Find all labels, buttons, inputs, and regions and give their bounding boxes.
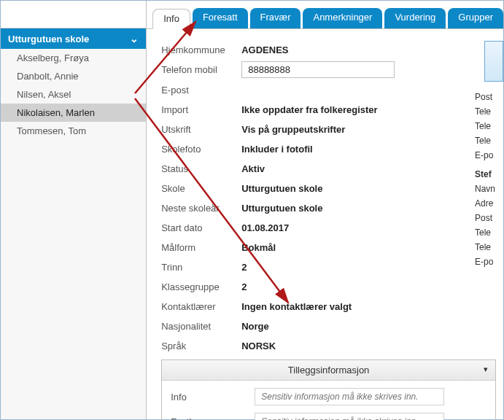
tab-grupper[interactable]: Grupper xyxy=(448,8,503,28)
label-import: Import xyxy=(161,104,241,115)
label-status: Status xyxy=(161,163,241,174)
label-trinn: Trinn xyxy=(161,262,241,273)
student-item[interactable]: Tommesen, Tom xyxy=(1,122,146,140)
info-content: HjemkommuneAGDENES Telefon mobil E-post … xyxy=(147,28,503,420)
label-skole: Skole xyxy=(161,183,241,194)
label-epost: E-post xyxy=(161,85,241,96)
label-info: Info xyxy=(171,392,255,402)
cut-label: Navn xyxy=(475,184,504,194)
label-nasjonalitet: Nasjonalitet xyxy=(161,321,241,332)
value-hjemkommune: AGDENES xyxy=(241,44,288,55)
student-item[interactable]: Nilsen, Aksel xyxy=(1,85,146,104)
label-spraak: Språk xyxy=(161,341,241,351)
input-telefonmobil[interactable] xyxy=(241,61,395,78)
input-fastlege[interactable] xyxy=(255,413,444,420)
cut-label: E-po xyxy=(475,150,504,160)
value-nesteskoleaar: Utturgutuen skole xyxy=(241,203,322,214)
label-utskrift: Utskrift xyxy=(161,124,241,135)
value-trinn: 2 xyxy=(241,262,247,273)
student-list: Akselberg, Frøya Danbolt, Annie Nilsen, … xyxy=(1,49,146,140)
cut-label: Adre xyxy=(475,198,504,209)
accordion-title: Tilleggsinformasjon xyxy=(288,365,370,376)
value-klassegruppe: 2 xyxy=(241,281,247,292)
student-item[interactable]: Akselberg, Frøya xyxy=(1,49,146,67)
value-nasjonalitet: Norge xyxy=(241,321,269,332)
cut-label: Post xyxy=(475,92,504,102)
sidebar-top-blank xyxy=(1,1,146,28)
label-telefonmobil: Telefon mobil xyxy=(161,64,241,75)
label-maalform: Målform xyxy=(161,242,241,253)
student-item[interactable]: Danbolt, Annie xyxy=(1,67,146,85)
student-photo xyxy=(484,41,503,82)
value-skolefoto: Inkluder i fotofil xyxy=(241,144,313,155)
tab-bar: Info Foresatt Fravær Anmerkninger Vurder… xyxy=(147,1,503,28)
value-status: Aktiv xyxy=(241,163,265,174)
cut-label-bold: Stef xyxy=(475,169,504,179)
tab-vurdering[interactable]: Vurdering xyxy=(384,8,446,28)
value-skole: Utturgutuen skole xyxy=(241,183,322,194)
right-cutoff-column: Post Tele Tele Tele E-po Stef Navn Adre … xyxy=(475,92,504,271)
school-name: Utturgutuen skole xyxy=(8,34,89,44)
main-panel: Info Foresatt Fravær Anmerkninger Vurder… xyxy=(147,1,503,419)
student-item-selected[interactable]: Nikolaisen, Marlen xyxy=(1,104,146,122)
value-startdato: 01.08.2017 xyxy=(241,222,289,233)
accordion-body: Info Fastlege Utplassering Leksehjelp xyxy=(162,381,495,420)
cut-label: Tele xyxy=(475,121,504,131)
accordion-tilleggsinfo: Tilleggsinformasjon ▾ Info Fastlege Utpl… xyxy=(161,359,496,420)
cut-label: Tele xyxy=(475,106,504,117)
tab-fravaer[interactable]: Fravær xyxy=(250,8,301,28)
cut-label: Post xyxy=(475,213,504,223)
tab-anmerkninger[interactable]: Anmerkninger xyxy=(303,8,382,28)
accordion-header[interactable]: Tilleggsinformasjon ▾ xyxy=(162,360,495,381)
chevron-down-icon: ⌄ xyxy=(130,33,139,44)
cut-label: Tele xyxy=(475,136,504,146)
label-hjemkommune: Hjemkommune xyxy=(161,44,241,55)
label-nesteskoleaar: Neste skoleår xyxy=(161,203,241,214)
tab-info[interactable]: Info xyxy=(152,9,190,29)
label-fastlege: Fastlege xyxy=(171,416,255,421)
cut-label: Tele xyxy=(475,228,504,238)
value-kontaktlaerer: Ingen kontaktlærer valgt xyxy=(241,301,352,312)
input-info[interactable] xyxy=(255,388,444,405)
value-import: Ikke oppdater fra folkeregister xyxy=(241,104,377,115)
label-startdato: Start dato xyxy=(161,222,241,233)
cut-label: E-po xyxy=(475,257,504,267)
school-header[interactable]: Utturgutuen skole ⌄ xyxy=(1,28,146,49)
cut-label: Tele xyxy=(475,242,504,252)
value-spraak: NORSK xyxy=(241,341,276,351)
tab-foresatt[interactable]: Foresatt xyxy=(193,8,248,28)
value-utskrift: Vis på gruppeutskrifter xyxy=(241,124,345,135)
label-klassegruppe: Klassegruppe xyxy=(161,281,241,292)
sidebar: Utturgutuen skole ⌄ Akselberg, Frøya Dan… xyxy=(1,1,147,419)
caret-down-icon: ▾ xyxy=(484,365,488,374)
value-maalform: Bokmål xyxy=(241,242,276,253)
label-skolefoto: Skolefoto xyxy=(161,144,241,155)
label-kontaktlaerer: Kontaktlærer xyxy=(161,301,241,312)
